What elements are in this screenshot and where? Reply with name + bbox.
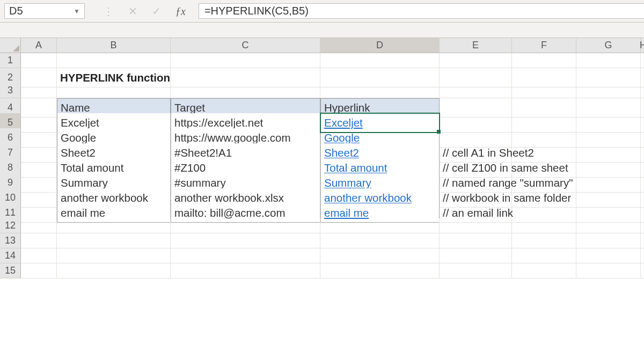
hyperlink[interactable]: another workbook bbox=[324, 192, 412, 204]
cell-C12[interactable] bbox=[171, 218, 320, 233]
cell-E3[interactable] bbox=[440, 83, 512, 98]
cancel-icon[interactable]: ✕ bbox=[128, 6, 137, 17]
column-header-H[interactable]: H bbox=[641, 38, 644, 53]
row-header-12[interactable]: 12 bbox=[0, 218, 21, 233]
cell-D13[interactable] bbox=[320, 233, 440, 248]
cell-D14[interactable] bbox=[320, 248, 440, 263]
dots-icon: ⋮ bbox=[103, 6, 114, 17]
name-box[interactable]: D5 ▼ bbox=[4, 3, 85, 19]
cell-G15[interactable] bbox=[576, 263, 641, 278]
cell-C14[interactable] bbox=[171, 248, 320, 263]
spreadsheet-grid[interactable]: ABCDEFGH12HYPERLINK function34NameTarget… bbox=[0, 38, 644, 278]
cell-G14[interactable] bbox=[576, 248, 641, 263]
fx-icon[interactable]: ƒx bbox=[175, 6, 186, 17]
cell-F1[interactable] bbox=[512, 53, 576, 68]
hyperlink[interactable]: Sheet2 bbox=[324, 146, 359, 159]
cell-C1[interactable] bbox=[171, 53, 320, 68]
cell-B15[interactable] bbox=[57, 263, 171, 278]
cell-B1[interactable] bbox=[57, 53, 171, 68]
cell-F13[interactable] bbox=[512, 233, 576, 248]
cell-D12[interactable] bbox=[320, 218, 440, 233]
cell-G12[interactable] bbox=[576, 218, 641, 233]
cell-F15[interactable] bbox=[512, 263, 576, 278]
cell-E12[interactable] bbox=[440, 218, 512, 233]
cell-F14[interactable] bbox=[512, 248, 576, 263]
formula-text: =HYPERLINK(C5,B5) bbox=[204, 5, 309, 17]
cell-A15[interactable] bbox=[21, 263, 57, 278]
row-header-13[interactable]: 13 bbox=[0, 233, 21, 248]
dropdown-icon[interactable]: ▼ bbox=[74, 8, 80, 15]
cell-H14[interactable] bbox=[641, 248, 644, 263]
ribbon-gutter bbox=[0, 23, 644, 38]
cell-B13[interactable] bbox=[57, 233, 171, 248]
column-header-B[interactable]: B bbox=[57, 38, 171, 53]
cell-B14[interactable] bbox=[57, 248, 171, 263]
cell-B12[interactable] bbox=[57, 218, 171, 233]
column-header-C[interactable]: C bbox=[171, 38, 320, 53]
cell-H3[interactable] bbox=[641, 83, 644, 98]
row-header-15[interactable]: 15 bbox=[0, 263, 21, 278]
cell-F3[interactable] bbox=[512, 83, 576, 98]
cell-E13[interactable] bbox=[440, 233, 512, 248]
formula-bar: D5 ▼ ⋮ ✕ ✓ ƒx =HYPERLINK(C5,B5) bbox=[0, 0, 644, 23]
cell-D1[interactable] bbox=[320, 53, 440, 68]
cell-D15[interactable] bbox=[320, 263, 440, 278]
cell-D3[interactable] bbox=[320, 83, 440, 98]
hyperlink[interactable]: Summary bbox=[324, 177, 371, 189]
cell-H15[interactable] bbox=[641, 263, 644, 278]
column-header-E[interactable]: E bbox=[440, 38, 512, 53]
row-header-1[interactable]: 1 bbox=[0, 53, 21, 68]
cell-H13[interactable] bbox=[641, 233, 644, 248]
cell-B3[interactable] bbox=[57, 83, 171, 98]
cell-F12[interactable] bbox=[512, 218, 576, 233]
name-box-value: D5 bbox=[9, 5, 23, 17]
cell-A1[interactable] bbox=[21, 53, 57, 68]
hyperlink[interactable]: Google bbox=[324, 131, 360, 144]
hyperlink[interactable]: Total amount bbox=[324, 161, 387, 174]
cell-C15[interactable] bbox=[171, 263, 320, 278]
formula-input[interactable]: =HYPERLINK(C5,B5) bbox=[199, 3, 644, 19]
formula-bar-actions: ⋮ ✕ ✓ ƒx bbox=[96, 6, 193, 17]
cell-C3[interactable] bbox=[171, 83, 320, 98]
cell-H12[interactable] bbox=[641, 218, 644, 233]
cell-A3[interactable] bbox=[21, 83, 57, 98]
cell-G3[interactable] bbox=[576, 83, 641, 98]
cell-C13[interactable] bbox=[171, 233, 320, 248]
column-header-A[interactable]: A bbox=[21, 38, 57, 53]
cell-E15[interactable] bbox=[440, 263, 512, 278]
cell-D5[interactable]: Exceljet bbox=[320, 113, 440, 133]
cell-A13[interactable] bbox=[21, 233, 57, 248]
select-all-corner[interactable] bbox=[0, 38, 21, 53]
column-header-G[interactable]: G bbox=[576, 38, 641, 53]
cell-G13[interactable] bbox=[576, 233, 641, 248]
cell-A14[interactable] bbox=[21, 248, 57, 263]
cell-E14[interactable] bbox=[440, 248, 512, 263]
cell-A12[interactable] bbox=[21, 218, 57, 233]
confirm-icon[interactable]: ✓ bbox=[152, 6, 161, 17]
hyperlink[interactable]: Exceljet bbox=[324, 116, 363, 129]
cell-E1[interactable] bbox=[440, 53, 512, 68]
row-header-14[interactable]: 14 bbox=[0, 248, 21, 263]
cell-G1[interactable] bbox=[576, 53, 641, 68]
row-header-3[interactable]: 3 bbox=[0, 83, 21, 98]
cell-H1[interactable] bbox=[641, 53, 644, 68]
column-header-F[interactable]: F bbox=[512, 38, 576, 53]
hyperlink[interactable]: email me bbox=[324, 207, 369, 219]
column-header-D[interactable]: D bbox=[320, 38, 440, 53]
